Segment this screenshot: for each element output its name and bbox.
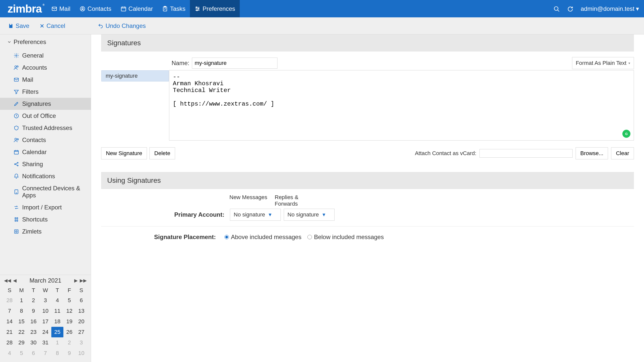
cal-day[interactable]: 8 [16,306,28,316]
cal-day[interactable]: 2 [63,337,75,348]
undo-button[interactable]: Undo Changes [98,22,146,29]
cal-day[interactable]: 16 [27,316,39,327]
cal-day[interactable]: 3 [75,337,87,348]
cal-day[interactable]: 11 [51,306,63,316]
search-icon[interactable] [553,6,559,12]
pref-item-icon [14,89,19,95]
cal-day[interactable]: 21 [4,327,16,337]
signature-body-textarea[interactable] [169,70,634,141]
cal-day[interactable]: 30 [27,337,39,348]
cal-day[interactable]: 5 [63,295,75,306]
placement-below-radio[interactable]: Below included messages [307,234,384,241]
cal-day[interactable]: 5 [16,348,28,358]
cal-next-month-icon[interactable]: ▶ [74,278,78,283]
sidebar-item-notifications[interactable]: Notifications [0,170,91,182]
cal-day[interactable]: 19 [63,316,75,327]
cal-day[interactable]: 7 [39,348,52,358]
sidebar-item-mail[interactable]: Mail [0,74,91,86]
cal-day[interactable]: 6 [27,348,39,358]
cal-day[interactable]: 12 [63,306,75,316]
cal-day[interactable]: 15 [16,316,28,327]
cal-day[interactable]: 27 [75,327,87,337]
cal-day[interactable]: 1 [51,337,63,348]
sidebar-item-filters[interactable]: Filters [0,86,91,98]
cal-day[interactable]: 13 [75,306,87,316]
delete-signature-button[interactable]: Delete [149,147,175,159]
placement-above-radio[interactable]: Above included messages [224,234,301,241]
format-select[interactable]: Format As Plain Text ▾ [572,57,634,69]
cal-day[interactable]: 26 [63,327,75,337]
cal-day[interactable]: 9 [27,306,39,316]
cal-day[interactable]: 10 [75,348,87,358]
cal-day[interactable]: 10 [39,306,52,316]
sidebar-item-calendar[interactable]: Calendar [0,146,91,158]
save-button[interactable]: Save [8,22,29,29]
tasks-icon [162,6,168,12]
cal-day[interactable]: 25 [51,327,63,337]
signature-list-item[interactable]: my-signature [101,70,169,81]
mail-icon [51,6,57,12]
sidebar-item-trusted-addresses[interactable]: Trusted Addresses [0,122,91,134]
chevron-down-icon: ▾ [628,61,630,65]
cal-day[interactable]: 18 [51,316,63,327]
sidebar-item-contacts[interactable]: Contacts [0,134,91,146]
cal-day[interactable]: 22 [16,327,28,337]
cal-day[interactable]: 14 [4,316,16,327]
using-section-header: Using Signatures [101,172,634,189]
nav-tab-tasks[interactable]: Tasks [157,0,190,17]
primary-reply-select[interactable]: No signature ▾ [284,209,335,221]
cal-day[interactable]: 31 [39,337,52,348]
nav-tab-contacts[interactable]: Contacts [75,0,116,17]
vcard-input[interactable] [479,149,573,158]
user-menu[interactable]: admin@domain.test ▾ [581,5,639,12]
sidebar-item-accounts[interactable]: Accounts [0,62,91,74]
new-signature-button[interactable]: New Signature [101,147,147,159]
cal-day[interactable]: 20 [75,316,87,327]
cal-day[interactable]: 4 [4,348,16,358]
brand-logo: zimbra® [8,3,42,15]
cal-day[interactable]: 7 [4,306,16,316]
pref-item-icon [14,189,19,195]
nav-tab-calendar[interactable]: Calendar [116,0,157,17]
cal-day[interactable]: 8 [51,348,63,358]
pref-item-icon [14,229,19,234]
cal-day[interactable]: 4 [51,295,63,306]
cal-day[interactable]: 24 [39,327,52,337]
sidebar-item-sharing[interactable]: Sharing [0,158,91,170]
cal-day[interactable]: 3 [39,295,52,306]
refresh-icon[interactable] [567,6,573,12]
grammarly-icon[interactable]: G [622,130,630,138]
cal-prev-month-icon[interactable]: ◀ [13,278,17,283]
cal-next-year-icon[interactable]: ▶▶ [79,278,87,283]
pref-item-icon [14,125,19,131]
cal-day[interactable]: 28 [4,337,16,348]
browse-button[interactable]: Browse... [576,147,608,159]
cal-day[interactable]: 29 [16,337,28,348]
cal-prev-year-icon[interactable]: ◀◀ [4,278,12,283]
cal-day[interactable]: 2 [27,295,39,306]
svg-point-18 [17,162,18,163]
sidebar-item-import-export[interactable]: Import / Export [0,201,91,213]
cal-day[interactable]: 17 [39,316,52,327]
sidebar-item-signatures[interactable]: Signatures [0,98,91,110]
sidebar-item-out-of-office[interactable]: Out of Office [0,110,91,122]
cal-day[interactable]: 6 [75,295,87,306]
primary-new-select[interactable]: No signature ▾ [230,209,281,221]
sidebar-header[interactable]: Preferences [0,34,91,50]
cal-day[interactable]: 1 [16,295,28,306]
sidebar-item-general[interactable]: General [0,50,91,62]
sidebar-item-zimlets[interactable]: Zimlets [0,225,91,238]
pref-item-icon [14,149,19,155]
cal-day[interactable]: 9 [63,348,75,358]
sidebar-item-connected-devices-apps[interactable]: Connected Devices & Apps [0,182,91,201]
nav-tab-mail[interactable]: Mail [47,0,75,17]
svg-point-10 [15,66,17,68]
nav-tab-preferences[interactable]: Preferences [190,0,239,17]
cal-day[interactable]: 23 [27,327,39,337]
signature-name-input[interactable] [192,58,277,69]
svg-point-8 [554,7,558,10]
cal-day[interactable]: 28 [4,295,16,306]
sidebar-item-shortcuts[interactable]: Shortcuts [0,213,91,225]
clear-button[interactable]: Clear [611,147,634,159]
cancel-button[interactable]: Cancel [39,22,65,29]
